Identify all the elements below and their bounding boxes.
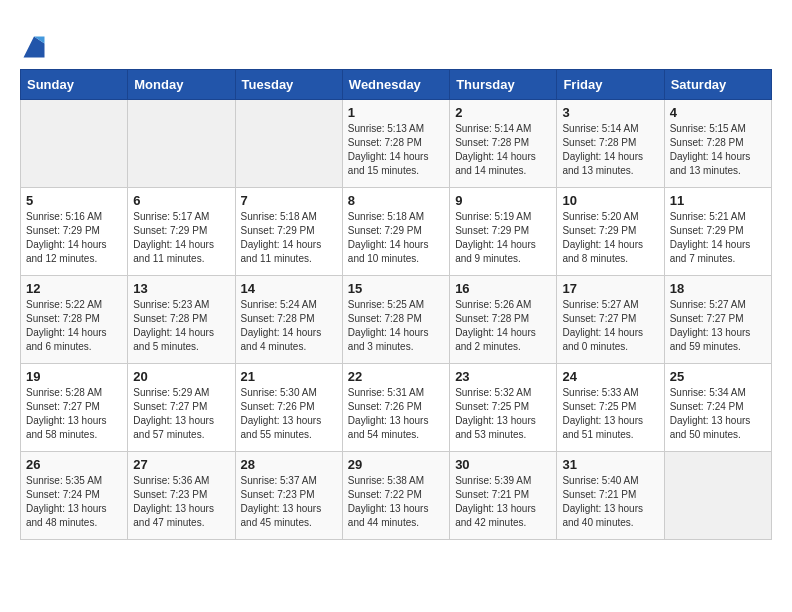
day-number: 29 bbox=[348, 457, 444, 472]
calendar-table: SundayMondayTuesdayWednesdayThursdayFrid… bbox=[20, 69, 772, 540]
day-number: 10 bbox=[562, 193, 658, 208]
day-number: 25 bbox=[670, 369, 766, 384]
calendar-cell: 1Sunrise: 5:13 AM Sunset: 7:28 PM Daylig… bbox=[342, 100, 449, 188]
day-info: Sunrise: 5:27 AM Sunset: 7:27 PM Dayligh… bbox=[670, 298, 766, 354]
calendar-cell: 15Sunrise: 5:25 AM Sunset: 7:28 PM Dayli… bbox=[342, 276, 449, 364]
weekday-header-saturday: Saturday bbox=[664, 70, 771, 100]
day-number: 1 bbox=[348, 105, 444, 120]
day-info: Sunrise: 5:28 AM Sunset: 7:27 PM Dayligh… bbox=[26, 386, 122, 442]
day-number: 5 bbox=[26, 193, 122, 208]
calendar-cell bbox=[664, 452, 771, 540]
day-info: Sunrise: 5:27 AM Sunset: 7:27 PM Dayligh… bbox=[562, 298, 658, 354]
day-info: Sunrise: 5:22 AM Sunset: 7:28 PM Dayligh… bbox=[26, 298, 122, 354]
day-info: Sunrise: 5:14 AM Sunset: 7:28 PM Dayligh… bbox=[562, 122, 658, 178]
day-number: 15 bbox=[348, 281, 444, 296]
day-number: 3 bbox=[562, 105, 658, 120]
calendar-cell: 25Sunrise: 5:34 AM Sunset: 7:24 PM Dayli… bbox=[664, 364, 771, 452]
day-number: 9 bbox=[455, 193, 551, 208]
calendar-cell: 29Sunrise: 5:38 AM Sunset: 7:22 PM Dayli… bbox=[342, 452, 449, 540]
calendar-cell: 11Sunrise: 5:21 AM Sunset: 7:29 PM Dayli… bbox=[664, 188, 771, 276]
day-info: Sunrise: 5:36 AM Sunset: 7:23 PM Dayligh… bbox=[133, 474, 229, 530]
day-info: Sunrise: 5:14 AM Sunset: 7:28 PM Dayligh… bbox=[455, 122, 551, 178]
day-info: Sunrise: 5:16 AM Sunset: 7:29 PM Dayligh… bbox=[26, 210, 122, 266]
calendar-cell: 22Sunrise: 5:31 AM Sunset: 7:26 PM Dayli… bbox=[342, 364, 449, 452]
day-info: Sunrise: 5:38 AM Sunset: 7:22 PM Dayligh… bbox=[348, 474, 444, 530]
day-number: 4 bbox=[670, 105, 766, 120]
day-info: Sunrise: 5:15 AM Sunset: 7:28 PM Dayligh… bbox=[670, 122, 766, 178]
day-info: Sunrise: 5:19 AM Sunset: 7:29 PM Dayligh… bbox=[455, 210, 551, 266]
calendar-cell: 6Sunrise: 5:17 AM Sunset: 7:29 PM Daylig… bbox=[128, 188, 235, 276]
calendar-cell: 13Sunrise: 5:23 AM Sunset: 7:28 PM Dayli… bbox=[128, 276, 235, 364]
day-number: 8 bbox=[348, 193, 444, 208]
weekday-header-wednesday: Wednesday bbox=[342, 70, 449, 100]
day-number: 11 bbox=[670, 193, 766, 208]
calendar-week-2: 5Sunrise: 5:16 AM Sunset: 7:29 PM Daylig… bbox=[21, 188, 772, 276]
weekday-header-sunday: Sunday bbox=[21, 70, 128, 100]
day-number: 22 bbox=[348, 369, 444, 384]
day-number: 24 bbox=[562, 369, 658, 384]
day-info: Sunrise: 5:32 AM Sunset: 7:25 PM Dayligh… bbox=[455, 386, 551, 442]
calendar-cell: 3Sunrise: 5:14 AM Sunset: 7:28 PM Daylig… bbox=[557, 100, 664, 188]
calendar-cell: 8Sunrise: 5:18 AM Sunset: 7:29 PM Daylig… bbox=[342, 188, 449, 276]
day-number: 28 bbox=[241, 457, 337, 472]
day-info: Sunrise: 5:25 AM Sunset: 7:28 PM Dayligh… bbox=[348, 298, 444, 354]
weekday-header-tuesday: Tuesday bbox=[235, 70, 342, 100]
day-number: 20 bbox=[133, 369, 229, 384]
calendar-cell: 26Sunrise: 5:35 AM Sunset: 7:24 PM Dayli… bbox=[21, 452, 128, 540]
day-info: Sunrise: 5:18 AM Sunset: 7:29 PM Dayligh… bbox=[241, 210, 337, 266]
calendar-cell: 23Sunrise: 5:32 AM Sunset: 7:25 PM Dayli… bbox=[450, 364, 557, 452]
calendar-cell bbox=[128, 100, 235, 188]
day-info: Sunrise: 5:13 AM Sunset: 7:28 PM Dayligh… bbox=[348, 122, 444, 178]
day-number: 27 bbox=[133, 457, 229, 472]
day-number: 30 bbox=[455, 457, 551, 472]
day-info: Sunrise: 5:33 AM Sunset: 7:25 PM Dayligh… bbox=[562, 386, 658, 442]
day-number: 23 bbox=[455, 369, 551, 384]
day-info: Sunrise: 5:26 AM Sunset: 7:28 PM Dayligh… bbox=[455, 298, 551, 354]
day-info: Sunrise: 5:24 AM Sunset: 7:28 PM Dayligh… bbox=[241, 298, 337, 354]
calendar-week-4: 19Sunrise: 5:28 AM Sunset: 7:27 PM Dayli… bbox=[21, 364, 772, 452]
day-number: 7 bbox=[241, 193, 337, 208]
day-number: 16 bbox=[455, 281, 551, 296]
day-info: Sunrise: 5:31 AM Sunset: 7:26 PM Dayligh… bbox=[348, 386, 444, 442]
calendar-cell: 27Sunrise: 5:36 AM Sunset: 7:23 PM Dayli… bbox=[128, 452, 235, 540]
calendar-cell: 18Sunrise: 5:27 AM Sunset: 7:27 PM Dayli… bbox=[664, 276, 771, 364]
day-info: Sunrise: 5:18 AM Sunset: 7:29 PM Dayligh… bbox=[348, 210, 444, 266]
day-number: 18 bbox=[670, 281, 766, 296]
calendar-cell: 12Sunrise: 5:22 AM Sunset: 7:28 PM Dayli… bbox=[21, 276, 128, 364]
calendar-cell: 30Sunrise: 5:39 AM Sunset: 7:21 PM Dayli… bbox=[450, 452, 557, 540]
day-info: Sunrise: 5:39 AM Sunset: 7:21 PM Dayligh… bbox=[455, 474, 551, 530]
calendar-cell: 4Sunrise: 5:15 AM Sunset: 7:28 PM Daylig… bbox=[664, 100, 771, 188]
day-number: 19 bbox=[26, 369, 122, 384]
day-info: Sunrise: 5:17 AM Sunset: 7:29 PM Dayligh… bbox=[133, 210, 229, 266]
calendar-cell: 14Sunrise: 5:24 AM Sunset: 7:28 PM Dayli… bbox=[235, 276, 342, 364]
calendar-week-5: 26Sunrise: 5:35 AM Sunset: 7:24 PM Dayli… bbox=[21, 452, 772, 540]
day-number: 31 bbox=[562, 457, 658, 472]
calendar-cell: 24Sunrise: 5:33 AM Sunset: 7:25 PM Dayli… bbox=[557, 364, 664, 452]
day-info: Sunrise: 5:30 AM Sunset: 7:26 PM Dayligh… bbox=[241, 386, 337, 442]
day-number: 17 bbox=[562, 281, 658, 296]
day-number: 12 bbox=[26, 281, 122, 296]
calendar-cell bbox=[235, 100, 342, 188]
calendar-cell: 9Sunrise: 5:19 AM Sunset: 7:29 PM Daylig… bbox=[450, 188, 557, 276]
calendar-cell: 19Sunrise: 5:28 AM Sunset: 7:27 PM Dayli… bbox=[21, 364, 128, 452]
calendar-cell: 5Sunrise: 5:16 AM Sunset: 7:29 PM Daylig… bbox=[21, 188, 128, 276]
logo bbox=[20, 33, 52, 61]
calendar-cell: 20Sunrise: 5:29 AM Sunset: 7:27 PM Dayli… bbox=[128, 364, 235, 452]
calendar-cell: 2Sunrise: 5:14 AM Sunset: 7:28 PM Daylig… bbox=[450, 100, 557, 188]
calendar-cell bbox=[21, 100, 128, 188]
calendar-body: 1Sunrise: 5:13 AM Sunset: 7:28 PM Daylig… bbox=[21, 100, 772, 540]
day-info: Sunrise: 5:35 AM Sunset: 7:24 PM Dayligh… bbox=[26, 474, 122, 530]
day-info: Sunrise: 5:21 AM Sunset: 7:29 PM Dayligh… bbox=[670, 210, 766, 266]
weekday-header-monday: Monday bbox=[128, 70, 235, 100]
calendar-week-1: 1Sunrise: 5:13 AM Sunset: 7:28 PM Daylig… bbox=[21, 100, 772, 188]
day-info: Sunrise: 5:37 AM Sunset: 7:23 PM Dayligh… bbox=[241, 474, 337, 530]
weekday-header-thursday: Thursday bbox=[450, 70, 557, 100]
calendar-week-3: 12Sunrise: 5:22 AM Sunset: 7:28 PM Dayli… bbox=[21, 276, 772, 364]
calendar-cell: 10Sunrise: 5:20 AM Sunset: 7:29 PM Dayli… bbox=[557, 188, 664, 276]
day-number: 21 bbox=[241, 369, 337, 384]
calendar-cell: 16Sunrise: 5:26 AM Sunset: 7:28 PM Dayli… bbox=[450, 276, 557, 364]
calendar-cell: 7Sunrise: 5:18 AM Sunset: 7:29 PM Daylig… bbox=[235, 188, 342, 276]
day-number: 13 bbox=[133, 281, 229, 296]
day-number: 14 bbox=[241, 281, 337, 296]
day-number: 2 bbox=[455, 105, 551, 120]
